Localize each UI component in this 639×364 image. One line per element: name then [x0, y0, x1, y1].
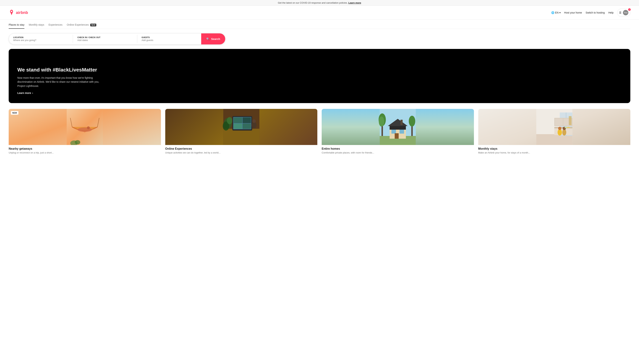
host-your-home-link[interactable]: Host your home — [564, 11, 582, 14]
card-description: Unique activities we can do together, le… — [165, 151, 318, 154]
svg-point-45 — [566, 127, 570, 128]
search-bar-section: LOCATION Where are you going? CHECK IN /… — [0, 29, 639, 49]
card-info: Entire homes Comfortable private places,… — [322, 145, 474, 156]
location-label: LOCATION — [13, 36, 68, 38]
language-label: EN — [555, 11, 558, 14]
location-field[interactable]: LOCATION Where are you going? — [9, 34, 73, 44]
svg-rect-8 — [223, 129, 259, 145]
tabs-section: Places to stay Monthly stays Experiences… — [0, 20, 639, 29]
header: airbnb 🌐 EN ▾ Host your home Switch to h… — [0, 6, 639, 20]
svg-rect-31 — [400, 130, 404, 134]
entire-homes-background — [322, 109, 474, 145]
svg-point-16 — [252, 119, 256, 123]
svg-point-24 — [379, 116, 384, 126]
card-nearby-getaways[interactable]: NEW Nearby getaways Unplug or reconnect … — [9, 109, 161, 156]
hero-title: We stand with #BlackLivesMatter — [17, 67, 108, 73]
card-info: Online Experiences Unique activities we … — [165, 145, 318, 156]
hamburger-icon: ☰ — [619, 11, 622, 14]
svg-point-43 — [562, 129, 566, 136]
hero-learn-more-link[interactable]: Learn more › — [17, 92, 108, 94]
logo-text: airbnb — [16, 10, 28, 15]
online-exp-background — [165, 109, 318, 145]
svg-point-26 — [409, 116, 415, 126]
card-title: Online Experiences — [165, 147, 318, 150]
tab-online-experiences[interactable]: Online Experiences NEW — [67, 23, 96, 29]
cards-section: NEW Nearby getaways Unplug or reconnect … — [0, 109, 639, 156]
card-title: Nearby getaways — [9, 147, 161, 150]
svg-point-2 — [87, 126, 90, 129]
card-description: Make an Airbnb your home, for stays of a… — [478, 151, 630, 154]
guests-value: Add guests — [142, 39, 197, 42]
card-monthly-stays[interactable]: Monthly stays Make an Airbnb your home, … — [478, 109, 630, 156]
guests-field[interactable]: GUESTS Add guests — [137, 34, 201, 44]
location-value: Where are you going? — [13, 39, 68, 42]
user-menu-container: ☰ You 1 — [617, 9, 630, 16]
airbnb-logo-icon — [9, 10, 14, 16]
svg-point-4 — [75, 140, 80, 144]
tab-monthly-stays[interactable]: Monthly stays — [29, 23, 44, 29]
card-monthly-image — [478, 109, 630, 145]
search-bar: LOCATION Where are you going? CHECK IN /… — [9, 33, 226, 44]
guests-label: GUESTS — [142, 36, 197, 38]
hero-link-text: Learn more — [17, 92, 31, 94]
search-icon: 🔍 — [206, 38, 210, 40]
search-button[interactable]: 🔍 Search — [201, 34, 225, 44]
card-homes-image — [322, 109, 474, 145]
checkin-field[interactable]: CHECK IN / CHECK OUT Add dates — [73, 34, 137, 44]
help-link[interactable]: Help — [608, 11, 614, 14]
card-entire-homes[interactable]: Entire homes Comfortable private places,… — [322, 109, 474, 156]
banner-text: Get the latest on our COVID-19 response … — [278, 2, 348, 4]
globe-icon: 🌐 — [551, 11, 554, 14]
logo[interactable]: airbnb — [9, 10, 28, 16]
switch-to-hosting-link[interactable]: Switch to hosting — [586, 11, 605, 14]
hero-content: We stand with #BlackLivesMatter Now more… — [17, 67, 108, 94]
card-info: Nearby getaways Unplug or reconnect on a… — [9, 145, 161, 156]
hero-description: Now more than ever, it's important that … — [17, 76, 108, 88]
search-button-label: Search — [211, 38, 220, 40]
svg-rect-11 — [234, 117, 242, 123]
tabs: Places to stay Monthly stays Experiences… — [9, 23, 630, 29]
card-info: Monthly stays Make an Airbnb your home, … — [478, 145, 630, 156]
svg-rect-33 — [400, 120, 402, 125]
checkin-value: Add dates — [77, 39, 132, 42]
monthly-background — [478, 109, 630, 145]
svg-point-41 — [558, 129, 562, 136]
card-description: Unplug or reconnect on a trip, just a sh… — [9, 151, 161, 154]
svg-rect-48 — [555, 118, 563, 126]
card-online-experiences[interactable]: Online Experiences Unique activities we … — [165, 109, 318, 156]
notification-badge: 1 — [628, 8, 631, 11]
svg-point-42 — [558, 127, 561, 130]
svg-rect-50 — [569, 116, 572, 125]
avatar: You — [623, 10, 628, 15]
card-title: Entire homes — [322, 147, 474, 150]
user-initials: You — [624, 12, 628, 14]
arrow-right-icon: › — [32, 92, 33, 94]
card-nearby-image: NEW — [9, 109, 161, 145]
hero-section: We stand with #BlackLivesMatter Now more… — [9, 49, 630, 103]
new-badge: NEW — [11, 111, 18, 115]
hammock-background — [9, 109, 161, 145]
card-online-image — [165, 109, 318, 145]
svg-point-19 — [227, 117, 232, 124]
svg-rect-30 — [392, 130, 396, 134]
header-nav: 🌐 EN ▾ Host your home Switch to hosting … — [551, 9, 630, 16]
svg-rect-14 — [242, 124, 251, 129]
tab-experiences[interactable]: Experiences — [48, 23, 62, 29]
svg-rect-13 — [234, 124, 242, 129]
tab-places-to-stay[interactable]: Places to stay — [9, 23, 24, 29]
online-experiences-badge: NEW — [90, 24, 96, 26]
chevron-down-icon: ▾ — [559, 11, 560, 14]
svg-point-46 — [564, 127, 567, 128]
language-selector[interactable]: 🌐 EN ▾ — [551, 11, 560, 14]
svg-rect-32 — [395, 133, 398, 139]
card-title: Monthly stays — [478, 147, 630, 150]
top-banner: Get the latest on our COVID-19 response … — [0, 0, 639, 6]
checkin-label: CHECK IN / CHECK OUT — [77, 36, 132, 38]
banner-learn-more-link[interactable]: Learn more — [348, 2, 361, 4]
svg-rect-28 — [390, 126, 406, 130]
card-description: Comfortable private places, with room fo… — [322, 151, 474, 154]
svg-rect-12 — [242, 117, 251, 123]
svg-point-1 — [78, 128, 92, 132]
